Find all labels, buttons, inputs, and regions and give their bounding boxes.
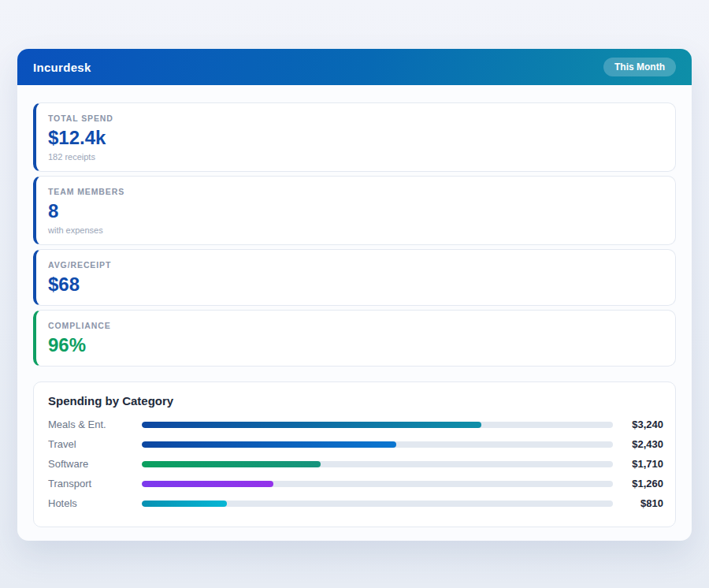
- chart-row-transport: Transport $1,260: [48, 474, 663, 493]
- dashboard-panel: Incurdesk This Month TOTAL SPEND $12.4k …: [17, 49, 692, 541]
- chart-row-hotels: Hotels $810: [48, 493, 663, 513]
- stat-value: 96%: [48, 334, 663, 356]
- chart-row-software: Software $1,710: [48, 454, 663, 474]
- bar-track: [142, 481, 613, 487]
- category-value: $3,240: [613, 419, 663, 430]
- chart-row-travel: Travel $2,430: [48, 434, 663, 454]
- bar-track: [142, 441, 613, 448]
- stat-caption: with expenses: [48, 225, 663, 235]
- stat-label: AVG/RECEIPT: [48, 260, 663, 270]
- category-value: $810: [613, 497, 663, 509]
- stat-value: $68: [48, 274, 663, 296]
- bar-track: [142, 501, 613, 507]
- bar-fill: [142, 461, 321, 467]
- stat-card-team-members: TEAM MEMBERS 8 with expenses: [33, 176, 676, 245]
- stat-card-compliance: COMPLIANCE 96%: [33, 310, 676, 367]
- category-label: Meals & Ent.: [48, 419, 142, 430]
- category-label: Transport: [48, 478, 142, 489]
- page-background: { "header": { "title": "Incurdesk", "bad…: [0, 0, 709, 588]
- panel-body: TOTAL SPEND $12.4k 182 receipts TEAM MEM…: [17, 85, 692, 527]
- bar-fill: [142, 481, 273, 487]
- category-label: Hotels: [48, 497, 142, 509]
- chart-row-meals: Meals & Ent. $3,240: [48, 415, 663, 434]
- stat-caption: 182 receipts: [48, 152, 663, 162]
- bar-fill: [142, 501, 227, 507]
- chart-title: Spending by Category: [48, 394, 663, 408]
- bar-track: [142, 461, 613, 467]
- app-header: Incurdesk This Month: [17, 49, 692, 85]
- stat-value: $12.4k: [48, 127, 663, 149]
- category-value: $1,260: [613, 478, 663, 489]
- category-value: $1,710: [613, 458, 663, 470]
- stat-label: COMPLIANCE: [48, 321, 663, 330]
- stat-value: 8: [48, 200, 663, 222]
- spending-by-category-card: Spending by Category Meals & Ent. $3,240…: [33, 381, 676, 527]
- bar-fill: [142, 422, 481, 428]
- category-label: Travel: [48, 438, 142, 450]
- category-label: Software: [48, 458, 142, 470]
- category-value: $2,430: [613, 438, 663, 450]
- bar-fill: [142, 441, 396, 448]
- stat-card-avg-receipt: AVG/RECEIPT $68: [33, 249, 676, 306]
- period-badge[interactable]: This Month: [603, 58, 676, 76]
- stat-card-total-spend: TOTAL SPEND $12.4k 182 receipts: [33, 102, 676, 172]
- app-title: Incurdesk: [33, 61, 91, 74]
- stat-label: TOTAL SPEND: [48, 114, 663, 123]
- stat-label: TEAM MEMBERS: [48, 187, 663, 196]
- bar-track: [142, 422, 613, 428]
